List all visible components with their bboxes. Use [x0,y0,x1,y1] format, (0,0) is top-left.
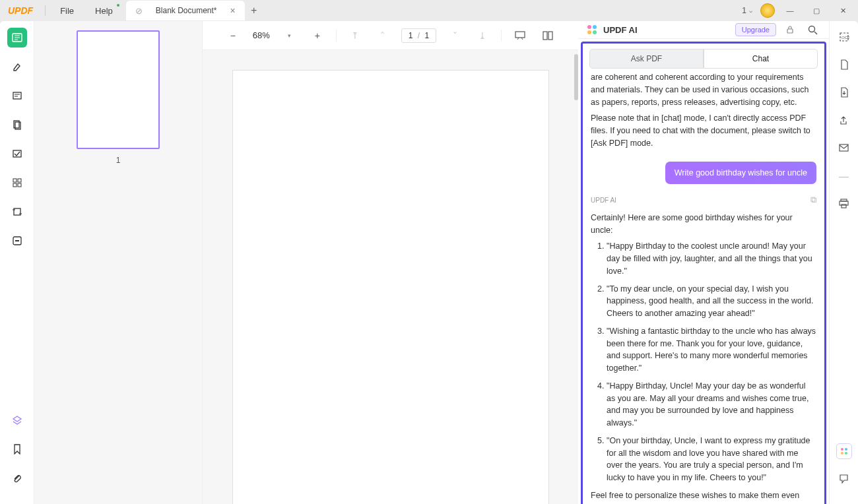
left-tool-rail [0,21,34,504]
last-page-button[interactable]: ⤓ [473,26,492,45]
wish-item: "On your birthday, Uncle, I want to expr… [607,435,816,484]
menu-file[interactable]: File [50,0,84,21]
reader-tool[interactable] [7,28,27,47]
menu-file-label: File [60,6,74,16]
svg-rect-11 [18,179,21,182]
scrollbar-thumb[interactable] [574,54,578,100]
ai-response: Certainly! Here are some good birthday w… [591,212,816,504]
attachment-tool[interactable] [7,468,27,488]
tab-title: Blank Document* [156,6,217,15]
svg-line-30 [814,32,817,34]
bookmark-tool[interactable] [7,439,27,459]
chevron-down-icon: ⌵ [749,7,752,14]
document-area: − 68% ▾ + ⤒ ˄ 1 / 1 ˅ ⤓ [203,21,578,504]
thumbnail-panel: 1 [34,21,203,504]
tab-ask-pdf[interactable]: Ask PDF [589,49,704,69]
svg-rect-10 [13,179,16,182]
menu-help-label: Help [95,6,113,16]
svg-rect-18 [15,240,19,241]
app-logo: UPDF [0,5,41,16]
svg-point-42 [841,448,843,451]
wish-item: "To my dear uncle, on your special day, … [607,283,816,320]
tab-chat[interactable]: Chat [704,49,818,69]
share-icon[interactable] [836,112,852,128]
new-tab-button[interactable]: + [245,5,263,16]
page-sep: / [418,31,420,40]
svg-point-24 [587,25,591,29]
prev-page-button[interactable]: ˄ [374,26,392,45]
svg-rect-9 [13,150,21,157]
ai-intro-line2: Please note that in [chat] mode, I can't… [591,112,816,149]
organize-tool[interactable] [7,173,27,193]
zoom-out-button[interactable]: − [224,26,242,45]
ocr-icon[interactable]: OCR [836,29,852,45]
updf-ai-logo-icon [586,24,598,36]
user-message: Write good birthday wishes for uncle [665,162,816,185]
search-icon[interactable] [804,21,821,38]
minimize-line-icon[interactable]: — [836,168,852,183]
window-count-label: 1 [742,6,746,15]
page-thumbnail[interactable] [77,30,160,149]
lock-icon[interactable] [781,21,799,38]
next-page-button[interactable]: ˅ [446,26,464,45]
form-tool[interactable] [7,144,27,164]
zoom-dropdown[interactable]: ▾ [280,26,299,45]
svg-rect-13 [18,183,21,187]
window-close-button[interactable]: ✕ [832,2,854,19]
presentation-button[interactable] [511,26,529,45]
svg-rect-23 [548,32,552,40]
tab-doc-icon: ⊘ [135,6,143,16]
wish-item: "Happy Birthday, Uncle! May your day be … [607,380,816,429]
edit-tool[interactable] [7,86,27,106]
window-minimize-button[interactable]: — [779,2,801,19]
window-count[interactable]: 1⌵ [738,5,756,16]
page-current: 1 [409,31,413,40]
chat-scroll-area[interactable]: are coherent and coherent according to y… [583,69,824,504]
svg-rect-38 [840,144,848,151]
ai-sender-label: UPDF AI [591,195,616,205]
page-total: 1 [425,31,430,40]
email-icon[interactable] [836,140,852,156]
comment-icon[interactable] [836,471,852,487]
zoom-value[interactable]: 68% [251,30,271,40]
ai-response-intro: Certainly! Here are some good birthday w… [591,212,816,237]
layers-tool[interactable] [7,410,27,430]
document-tab[interactable]: ⊘ Blank Document* × [126,1,245,20]
menu-help[interactable]: Help [84,0,123,21]
page-tool[interactable] [7,115,27,135]
wish-item: "Wishing a fantastic birthday to the unc… [607,325,816,375]
page-indicator[interactable]: 1 / 1 [401,28,436,43]
view-mode-button[interactable] [539,26,557,45]
export-file-icon[interactable] [836,84,852,100]
right-tool-rail: OCR — [829,21,858,504]
separator [45,5,46,16]
titlebar: UPDF File Help ⊘ Blank Document* × + 1⌵ … [0,0,858,21]
user-avatar[interactable] [760,3,775,18]
copy-icon[interactable]: ⧉ [810,193,816,206]
redact-tool[interactable] [7,231,27,251]
document-page[interactable] [232,70,549,504]
svg-text:OCR: OCR [842,36,849,40]
ai-assistant-icon[interactable] [836,443,852,459]
crop-tool[interactable] [7,202,27,222]
window-maximize-button[interactable]: ▢ [805,2,828,19]
upgrade-button[interactable]: Upgrade [735,23,776,36]
highlight-tool[interactable] [7,57,27,77]
ai-title: UPDF AI [603,25,638,35]
convert-icon[interactable] [836,57,852,73]
tab-close-button[interactable]: × [230,5,236,16]
zoom-in-button[interactable]: + [308,26,327,45]
print-icon[interactable] [836,195,852,211]
first-page-button[interactable]: ⤒ [346,26,364,45]
ai-mode-tabs: Ask PDF Chat [583,44,824,69]
view-toolbar: − 68% ▾ + ⤒ ˄ 1 / 1 ˅ ⤓ [203,21,578,50]
svg-point-45 [845,452,847,455]
ai-intro-message: are coherent and coherent according to y… [591,71,816,150]
svg-point-25 [593,25,597,29]
ai-panel: UPDF AI Upgrade Ask PDF Chat are coheren… [578,21,829,504]
thumbnail-label: 1 [44,156,193,165]
wish-item: "Happy Birthday to the coolest uncle aro… [607,240,816,277]
svg-point-43 [845,448,847,451]
document-canvas[interactable] [203,50,578,504]
ai-header: UPDF AI Upgrade [578,21,829,39]
